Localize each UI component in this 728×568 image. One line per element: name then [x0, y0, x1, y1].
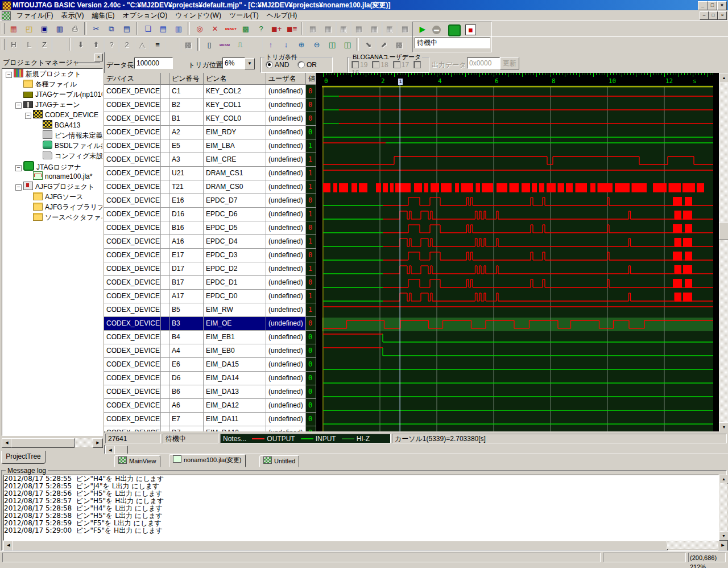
copy-button[interactable]: ⧉ — [104, 22, 119, 36]
log-scroll-right-icon[interactable]: ▶ — [718, 541, 728, 550]
add-watch-list-button[interactable]: ◼≡ — [284, 22, 299, 36]
bram-button[interactable]: BRAM — [217, 38, 232, 52]
view-tab-1[interactable]: noname100.jla(変更) — [169, 454, 246, 467]
panel-close-icon[interactable]: × — [94, 53, 103, 61]
open-button[interactable]: ◰ — [22, 22, 36, 36]
run-status-field[interactable]: 待機中 — [415, 38, 490, 48]
wave-scrollbar-thumb[interactable] — [719, 222, 728, 240]
column-header-2[interactable]: ピン番号 — [169, 73, 204, 85]
menu-item-4[interactable]: ウィンドウ(W) — [171, 10, 225, 20]
tree-item-2[interactable]: JTAGケーブル(np1010) — [2, 89, 102, 100]
tree-item-5[interactable]: BGA413 — [2, 120, 102, 130]
view-tab-2[interactable]: Untitled — [259, 455, 299, 467]
message-log-list[interactable]: 2012/08/17 5:28:55 ピン"H4"を H出力 にします2012/… — [3, 475, 719, 541]
tile-vertical-button[interactable]: ▥ — [171, 22, 186, 36]
tree-item-12[interactable]: AJFGソース — [2, 192, 102, 202]
tree-item-1[interactable]: 各種ファイル — [2, 79, 102, 89]
log-scroll-down-icon[interactable]: ▼ — [719, 532, 728, 541]
tree-item-14[interactable]: ソースベクタファイル — [2, 212, 102, 223]
wave-scrollbar-track[interactable] — [719, 82, 728, 422]
waveform-canvas[interactable] — [322, 85, 713, 431]
blogana-checkbox-18[interactable]: 18 — [372, 61, 388, 69]
checkbox-icon[interactable] — [372, 61, 379, 68]
log-vscrollbar-track[interactable] — [719, 483, 727, 532]
scan-device-button[interactable]: ▩ — [238, 22, 253, 36]
tree-item-6[interactable]: ピン情報未定義 — [2, 130, 102, 141]
save-button[interactable]: ▣ — [37, 22, 52, 36]
new-wave-button[interactable]: ▯ — [202, 38, 217, 52]
register-list-button[interactable]: ≡ — [150, 38, 165, 52]
detect-device-button[interactable]: ◎ — [192, 22, 207, 36]
maximize-button[interactable]: □ — [708, 1, 717, 10]
cut-button[interactable]: ✂ — [89, 22, 104, 36]
radio-and-icon[interactable] — [266, 61, 273, 68]
disconnect-device-button[interactable]: ✕ — [208, 22, 222, 36]
radio-or[interactable]: OR — [297, 61, 317, 69]
tree-item-10[interactable]: noname100.jla* — [2, 171, 102, 182]
column-header-3[interactable]: ピン名 — [204, 73, 266, 85]
update-button[interactable]: 更新 — [500, 57, 519, 69]
zoom-in-button[interactable]: ⊕ — [294, 38, 309, 52]
scroll-down-button[interactable]: ↓ — [279, 38, 293, 52]
tree-item-8[interactable]: コンフィグ未設定 — [2, 151, 102, 161]
column-header-5[interactable]: 値 — [306, 73, 316, 85]
save-as-button[interactable]: ▥ — [52, 22, 67, 36]
tree-expand-icon[interactable]: – — [6, 72, 12, 78]
wave-scroll-down-icon[interactable]: ▼ — [719, 422, 728, 431]
column-header-0[interactable]: デバイス — [104, 73, 161, 85]
tree-expand-icon[interactable]: – — [25, 113, 31, 119]
paste-button[interactable]: ▤ — [119, 22, 134, 36]
zoom-fit-button[interactable]: ◫ — [325, 38, 340, 52]
output-data-input[interactable]: 0x0000 — [467, 57, 500, 69]
tree-scrollbar-thumb[interactable] — [11, 438, 75, 448]
run-button[interactable]: ▶ — [417, 24, 428, 35]
radio-and[interactable]: AND — [266, 61, 289, 69]
zoom-out-button[interactable]: ⊖ — [309, 38, 324, 52]
menu-item-2[interactable]: 編集(E) — [88, 10, 118, 20]
mdi-minimize-button[interactable]: – — [700, 11, 709, 20]
checkbox-icon[interactable] — [393, 61, 400, 68]
tree-expand-icon[interactable]: – — [15, 165, 22, 171]
logana-run-icon[interactable] — [448, 24, 461, 36]
tree-item-11[interactable]: –AJFGプロジェクト — [2, 182, 102, 192]
halt-button[interactable]: ▬ — [432, 26, 441, 34]
data-length-input[interactable]: 100000 — [134, 57, 173, 69]
reset-button[interactable]: RESET — [223, 22, 238, 36]
view-tab-0[interactable]: MainView — [114, 455, 160, 467]
menu-item-3[interactable]: オプション(O) — [118, 10, 171, 20]
log-hscrollbar-thumb[interactable] — [13, 541, 668, 550]
timeline-ruler[interactable]: 024681012s1 — [322, 73, 728, 85]
blogana-checkbox-19[interactable]: 19 — [351, 61, 367, 69]
zoom-sel-button[interactable]: ◫ — [340, 38, 355, 52]
tree-item-7[interactable]: BSDLファイル参照 — [2, 141, 102, 151]
new-project-button[interactable]: ▦ — [6, 22, 21, 36]
scroll-up-button[interactable]: ↑ — [263, 38, 278, 52]
tab-project-tree[interactable]: ProjectTree — [1, 451, 46, 464]
log-hscrollbar-track[interactable] — [667, 541, 718, 549]
tree-item-13[interactable]: AJFGライブラリファイル — [2, 202, 102, 212]
mdi-close-button[interactable]: × — [718, 11, 727, 20]
pulse-button[interactable]: ⎍ — [233, 38, 247, 52]
tile-horizontal-button[interactable]: ▤ — [156, 22, 171, 36]
tree-expand-icon[interactable]: – — [15, 102, 22, 109]
tree-item-9[interactable]: –JTAGロジアナ — [2, 161, 102, 171]
blogana-checkbox-17[interactable]: 17 — [393, 61, 409, 69]
checkbox-icon[interactable] — [413, 61, 421, 68]
tree-item-3[interactable]: –JTAGチェーン — [2, 100, 102, 110]
column-header-1[interactable] — [161, 73, 169, 85]
menu-item-0[interactable]: ファイル(F) — [13, 10, 57, 20]
close-button[interactable]: × — [717, 1, 727, 10]
extest-button[interactable]: ? — [254, 22, 268, 36]
tree-scroll-right-icon[interactable]: ▶ — [93, 438, 103, 448]
menu-item-1[interactable]: 表示(V) — [57, 10, 88, 20]
mdi-restore-button[interactable]: □ — [709, 11, 718, 20]
radio-or-icon[interactable] — [297, 61, 305, 68]
trigger-position-dropdown-icon[interactable]: ▼ — [245, 58, 255, 69]
menu-item-5[interactable]: ツール(T) — [225, 10, 263, 20]
legend-notes[interactable]: Notes... — [223, 435, 246, 443]
minimize-button[interactable]: _ — [698, 1, 708, 10]
checkbox-icon[interactable] — [351, 61, 359, 68]
column-header-4[interactable]: ユーザ名 — [266, 73, 306, 85]
tree-expand-icon[interactable]: – — [15, 184, 22, 191]
trigger-position-select[interactable]: 6% — [222, 57, 245, 69]
